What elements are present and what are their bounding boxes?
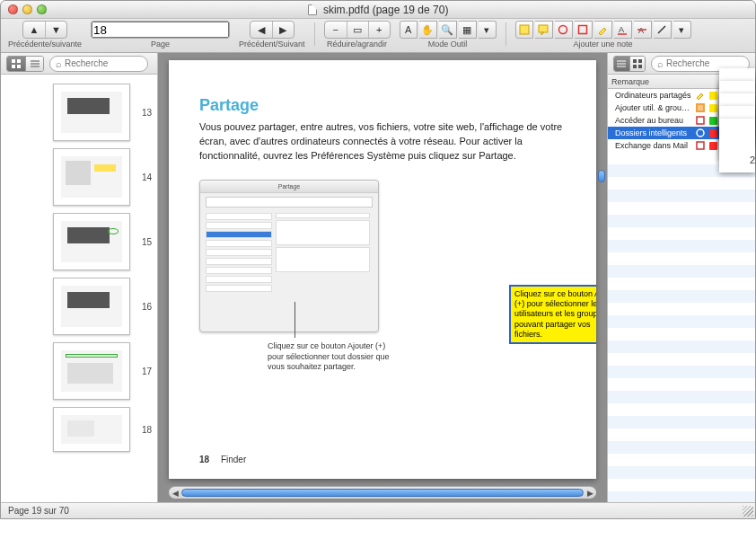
minimize-window-button[interactable] [22,4,32,14]
page-thumbnail[interactable] [53,342,130,400]
svg-rect-3 [579,26,587,34]
note-color-cell [707,104,719,112]
body: ⌕ 13 14 [1,53,755,502]
history-group: ◀ ▶ Précédent/Suivant [239,21,305,49]
right-view-toggle [613,56,646,72]
note-page: 29 [719,119,755,172]
history-seg: ◀ ▶ [250,21,294,39]
magnifier-icon: 🔍 [441,25,453,35]
left-view-toggle [6,56,44,72]
col-name-header[interactable]: Remarque [608,77,707,86]
highlight-annot-button[interactable] [594,21,612,39]
note-box-icon [696,103,705,112]
page-footer: 18 Finder [199,455,246,464]
left-search[interactable]: ⌕ [49,56,148,72]
magnify-tool-button[interactable]: 🔍 [439,21,457,39]
scroll-left-button[interactable]: ◀ [169,487,181,499]
page-thumbnail[interactable] [53,278,130,335]
zoom-out-button[interactable]: − [325,22,347,38]
svg-rect-0 [520,25,529,34]
note-row[interactable]: Exchange dans Mail29 [608,139,755,152]
underline-icon: A [617,24,628,35]
annotations-label: Ajouter une note [574,40,633,49]
scroll-right-button[interactable]: ▶ [584,487,596,499]
marquee-icon: ▦ [462,25,471,35]
hand-icon: ✋ [421,25,434,35]
next-page-button[interactable]: ▼ [45,22,66,38]
list-icon [617,59,626,68]
note-type-icon-cell [694,103,707,112]
left-panelbar: ⌕ [1,53,157,75]
notes-view-button[interactable] [614,57,629,71]
annot-dropdown-button[interactable]: ▾ [673,21,691,39]
thumb-page-number: 14 [137,172,152,182]
history-forward-button[interactable]: ▶ [272,22,294,38]
status-text: Page 19 sur 70 [8,506,69,516]
thumb-page-number: 15 [137,237,152,247]
note-name: Ajouter util. & groupes [615,103,694,112]
thumb-row[interactable]: 15 [1,209,157,274]
left-search-input[interactable] [65,58,165,68]
svg-rect-11 [12,65,15,68]
line-annot-button[interactable] [654,21,672,39]
box-annot-button[interactable] [575,21,593,39]
underline-annot-button[interactable]: A [614,21,632,39]
thumbnails-list[interactable]: 13 14 15 16 [1,75,157,502]
note-text-button[interactable] [515,21,533,39]
snapshots-view-button[interactable] [629,57,645,71]
prev-page-button[interactable]: ▲ [23,22,45,38]
svg-rect-12 [17,65,21,68]
note-anchored-button[interactable] [535,21,553,39]
zoom-in-button[interactable]: + [368,22,390,38]
thumb-row[interactable]: 14 [1,145,157,209]
move-tool-button[interactable]: ✋ [419,21,437,39]
horizontal-scroll-thumb[interactable] [181,489,584,497]
note-type-icon-cell [694,116,707,125]
select-tool-button[interactable]: ▦ [459,21,477,39]
footer-page-number: 18 [199,455,209,464]
thumbnails-view-button[interactable] [7,57,25,71]
nav-prev-next-label: Précédente/suivante [8,40,82,49]
page-thumbnail[interactable] [53,84,130,141]
page-body-text: Vous pouvez partager, entre autres, vos … [199,120,566,163]
toolbar-separator-2 [505,22,506,46]
zoom-label: Réduire/agrandir [327,40,387,49]
dropdown-tool-button[interactable]: ▾ [479,21,497,39]
color-swatch-icon [709,92,717,100]
thumb-row[interactable]: 18 [1,403,157,455]
page-thumbnail[interactable] [53,213,130,270]
page-field-label: Page [151,40,170,49]
document-scroll[interactable]: Partage Vous pouvez partager, entre autr… [158,53,607,486]
window-title: skim.pdfd (page 19 de 70) [1,4,755,16]
notes-list[interactable]: Ordinateurs partagés14Ajouter util. & gr… [608,89,755,152]
page-number-input[interactable] [92,22,229,38]
zoom-fit-button[interactable]: ▭ [347,22,368,38]
page-thumbnail[interactable] [53,407,130,452]
page-field-group: Page [91,21,230,49]
highlight-note[interactable]: Cliquez sur ce bouton Ajouter (+) pour s… [510,286,596,343]
pref-pane-title: Partage [200,181,378,193]
zoom-window-button[interactable] [37,4,47,14]
nav-prev-next-group: ▲ ▼ Précédente/suivante [8,21,82,49]
thumb-row[interactable]: 17 [1,339,157,403]
page-thumbnail[interactable] [53,148,130,206]
right-search-input[interactable] [666,58,756,68]
history-back-button[interactable]: ◀ [251,22,272,38]
svg-rect-27 [697,142,704,149]
horizontal-scrollbar[interactable]: ◀ ▶ [169,486,596,499]
vertical-scroll-thumb[interactable] [598,170,605,182]
triangle-left-icon: ◀ [258,25,265,35]
svg-rect-9 [12,59,15,63]
thumb-row[interactable]: 13 [1,80,157,145]
circle-annot-button[interactable] [555,21,573,39]
text-tool-button[interactable]: A [400,21,418,39]
close-window-button[interactable] [8,4,18,14]
resize-grip[interactable] [743,506,753,517]
strike-annot-button[interactable]: A [634,21,652,39]
thumb-row[interactable]: 16 [1,274,157,339]
square-outline-icon [696,116,705,125]
outline-view-button[interactable] [25,57,43,71]
figure-caption: Cliquez sur ce bouton Ajouter (+) pour s… [268,341,402,373]
circle-icon [558,24,568,35]
svg-text:A: A [638,26,644,35]
